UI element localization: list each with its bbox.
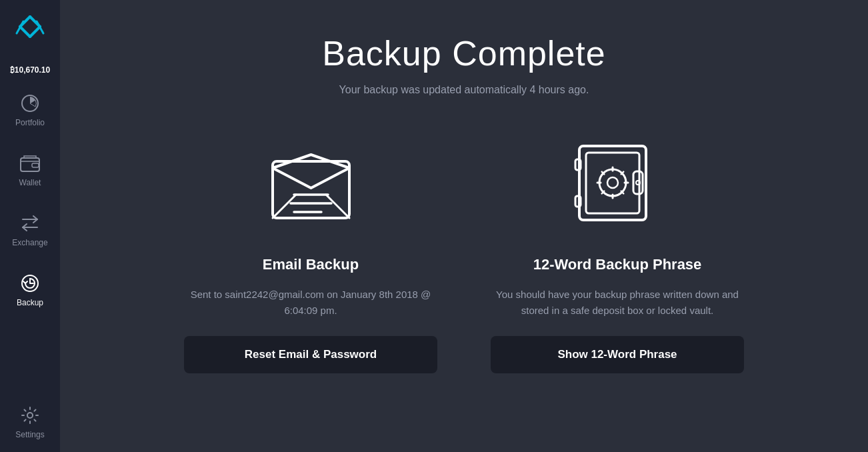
settings-icon [19, 405, 41, 426]
exchange-icon [19, 213, 41, 234]
wallet-label: Wallet [19, 178, 41, 187]
svg-point-22 [607, 177, 618, 188]
svg-rect-8 [32, 163, 39, 167]
sidebar-item-backup[interactable]: Backup [0, 260, 60, 320]
email-backup-card: Email Backup Sent to saint2242@gmail.com… [184, 129, 437, 373]
main-content: Backup Complete Your backup was updated … [60, 0, 868, 452]
svg-line-16 [326, 195, 349, 218]
email-backup-icon-area [257, 129, 364, 236]
settings-label: Settings [15, 430, 44, 439]
phrase-backup-icon-area [564, 129, 671, 236]
portfolio-label: Portfolio [15, 118, 45, 127]
sidebar-item-wallet[interactable]: Wallet [0, 140, 60, 200]
show-phrase-button[interactable]: Show 12-Word Phrase [491, 336, 744, 373]
phrase-backup-title: 12-Word Backup Phrase [533, 256, 702, 273]
backup-icon [19, 273, 41, 294]
backup-label: Backup [17, 298, 43, 307]
portfolio-icon [19, 93, 41, 114]
svg-line-2 [20, 27, 30, 37]
svg-rect-7 [21, 158, 39, 171]
sidebar-item-portfolio[interactable]: Portfolio [0, 80, 60, 140]
email-backup-title: Email Backup [263, 256, 359, 273]
svg-rect-31 [633, 171, 643, 194]
wallet-icon [19, 153, 41, 174]
phrase-backup-card: 12-Word Backup Phrase You should have yo… [491, 129, 744, 373]
app-logo [0, 0, 60, 60]
svg-rect-18 [586, 153, 639, 213]
logo-icon [13, 13, 47, 47]
phrase-backup-desc: You should have your backup phrase writt… [491, 287, 744, 319]
svg-point-10 [27, 413, 33, 418]
sidebar-item-settings[interactable]: Settings [0, 392, 60, 452]
email-backup-desc: Sent to saint2242@gmail.com on January 8… [184, 287, 437, 319]
svg-line-3 [30, 27, 40, 37]
page-subtitle: Your backup was updated automatically 4 … [339, 84, 589, 96]
svg-point-32 [636, 181, 640, 185]
sidebar-item-exchange[interactable]: Exchange [0, 200, 60, 260]
balance-display: ₿10,670.10 [0, 60, 60, 80]
svg-rect-11 [273, 161, 349, 218]
page-title: Backup Complete [322, 33, 605, 73]
reset-email-password-button[interactable]: Reset Email & Password [184, 336, 437, 373]
cards-container: Email Backup Sent to saint2242@gmail.com… [131, 129, 797, 373]
sidebar: ₿10,670.10 Portfolio Wallet [0, 0, 60, 452]
svg-line-15 [273, 195, 296, 218]
email-icon [259, 131, 363, 235]
exchange-label: Exchange [12, 238, 47, 247]
vault-icon [566, 131, 669, 235]
